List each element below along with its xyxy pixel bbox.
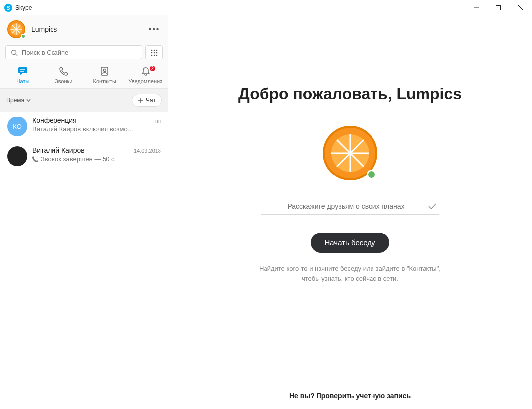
status-input[interactable] (264, 202, 428, 210)
check-icon (428, 203, 436, 209)
svg-point-22 (156, 54, 158, 56)
more-menu-button[interactable]: ••• (147, 25, 161, 34)
tab-calls[interactable]: Звонки (45, 66, 83, 84)
svg-point-16 (156, 49, 158, 51)
chat-item[interactable]: Виталий Каиров14.09.2018Звонок завершен … (0, 141, 168, 171)
contacts-icon (100, 66, 109, 76)
sort-dropdown[interactable]: Время (6, 97, 31, 104)
search-input[interactable] (22, 49, 137, 56)
minimize-button[interactable] (465, 0, 487, 15)
presence-online-icon (367, 170, 376, 179)
notification-badge: 2 (149, 65, 156, 72)
chat-time: пн (155, 118, 161, 124)
sidebar: Lumpics ••• Чаты Зво (0, 15, 168, 409)
nav-tabs: Чаты Звонки Контакты 2 Уведомления (0, 64, 168, 89)
tab-contacts[interactable]: Контакты (85, 66, 124, 84)
search-box[interactable] (5, 45, 142, 59)
dialpad-button[interactable] (145, 45, 163, 59)
new-chat-button[interactable]: Чат (132, 94, 162, 107)
chat-avatar (7, 146, 27, 166)
status-input-row[interactable] (261, 198, 439, 215)
svg-rect-23 (18, 67, 27, 73)
chat-preview: Виталий Каиров включил возмо… (32, 125, 161, 133)
window-titlebar: S Skype (0, 0, 532, 15)
profile-row[interactable]: Lumpics ••• (0, 15, 168, 41)
start-conversation-button[interactable]: Начать беседу (311, 233, 389, 253)
verify-account-link[interactable]: Проверить учетную запись (317, 392, 411, 400)
big-avatar[interactable] (323, 126, 377, 180)
chat-title: Конференция (32, 117, 77, 124)
chevron-down-icon (26, 99, 31, 102)
avatar (7, 20, 25, 38)
svg-point-21 (154, 54, 155, 56)
profile-name: Lumpics (31, 25, 147, 33)
tab-notifications[interactable]: 2 Уведомления (126, 66, 165, 84)
not-you-row: Не вы? Проверить учетную запись (289, 392, 411, 409)
phone-icon (59, 66, 68, 76)
chat-preview: Звонок завершен — 50 с (32, 155, 161, 163)
not-you-prefix: Не вы? (289, 392, 317, 400)
plus-icon (138, 98, 143, 103)
svg-marker-24 (20, 73, 22, 75)
svg-point-14 (151, 49, 153, 51)
svg-text:S: S (6, 5, 10, 11)
close-button[interactable] (509, 0, 532, 15)
svg-point-18 (154, 52, 155, 53)
svg-point-20 (151, 54, 153, 56)
window-title: Skype (15, 4, 465, 11)
tab-label: Уведомления (128, 78, 162, 84)
svg-rect-3 (496, 5, 500, 10)
hint-text: Найдите кого-то и начните беседу или зай… (256, 264, 444, 283)
search-icon (11, 49, 18, 56)
tab-chats[interactable]: Чаты (3, 66, 42, 84)
filter-row: Время Чат (0, 89, 168, 112)
dialpad-icon (151, 49, 158, 56)
svg-point-17 (151, 52, 153, 53)
svg-line-13 (16, 54, 18, 56)
chat-icon (18, 66, 28, 76)
call-ended-icon (32, 156, 39, 162)
chat-time: 14.09.2018 (134, 148, 161, 154)
chat-title: Виталий Каиров (32, 146, 85, 154)
tab-label: Звонки (55, 78, 73, 84)
presence-online-icon (21, 34, 26, 39)
chat-avatar: КО (7, 117, 27, 136)
welcome-heading: Добро пожаловать, Lumpics (238, 85, 462, 103)
svg-point-19 (156, 52, 158, 53)
chat-item[interactable]: КОКонференцияпнВиталий Каиров включил во… (0, 112, 168, 141)
main-pane: Добро пожаловать, Lumpics Начать беседу … (168, 15, 532, 409)
skype-icon: S (4, 4, 12, 12)
tab-label: Контакты (93, 78, 116, 84)
chat-list: КОКонференцияпнВиталий Каиров включил во… (0, 112, 168, 409)
svg-point-28 (104, 69, 106, 72)
svg-point-12 (12, 50, 16, 54)
tab-label: Чаты (16, 78, 29, 84)
maximize-button[interactable] (487, 0, 509, 15)
svg-point-15 (154, 49, 155, 51)
